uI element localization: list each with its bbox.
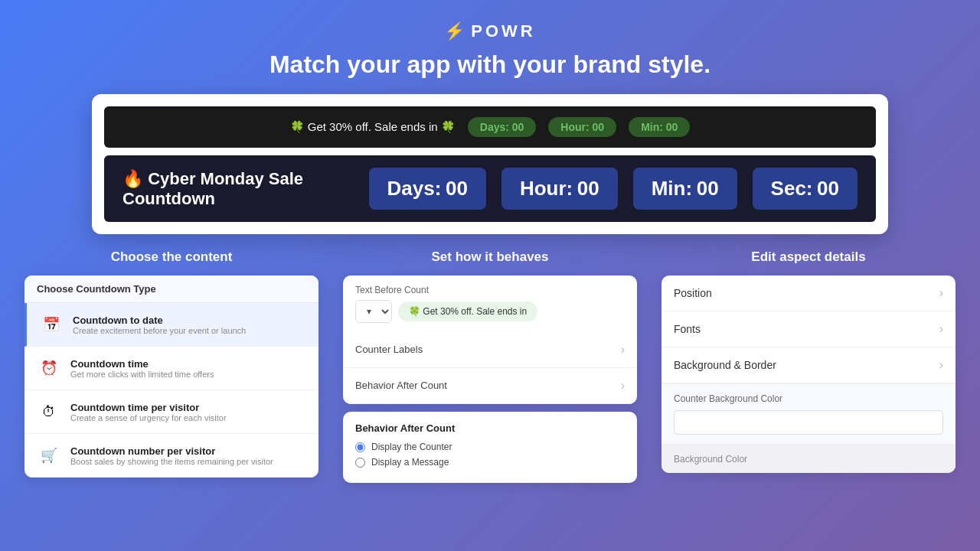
countdown-time-title: Countdown time bbox=[70, 358, 306, 370]
preview-container: 🍀 Get 30% off. Sale ends in 🍀 Days: 00 H… bbox=[92, 94, 888, 234]
banner-1: 🍀 Get 30% off. Sale ends in 🍀 Days: 00 H… bbox=[104, 106, 876, 148]
position-arrow: › bbox=[939, 286, 943, 300]
countdown-visitor-icon: ⏱ bbox=[37, 399, 61, 424]
list-item[interactable]: 🛒 Countdown number per visitor Boost sal… bbox=[24, 434, 318, 478]
counter-bg-color-input[interactable] bbox=[674, 410, 943, 435]
col-content-title: Choose the content bbox=[24, 249, 318, 265]
logo-icon: ⚡ bbox=[444, 21, 465, 41]
text-before-value: 🍀 Get 30% off. Sale ends in bbox=[398, 302, 537, 321]
countdown-time-icon: ⏰ bbox=[37, 356, 61, 380]
banner-1-days: Days: 00 bbox=[468, 117, 537, 137]
logo: ⚡ POWR bbox=[0, 21, 980, 41]
counter-bg-color-section: Counter Background Color bbox=[662, 383, 956, 444]
col-edit: Edit aspect details Position › Fonts › B… bbox=[662, 249, 956, 483]
header: ⚡ POWR Match your app with your brand st… bbox=[0, 0, 980, 94]
text-before-dropdown[interactable]: ▾ bbox=[355, 300, 392, 323]
counter-hour: Hour: 00 bbox=[501, 168, 618, 210]
countdown-visitor-desc: Create a sense of urgency for each visit… bbox=[70, 413, 306, 422]
countdown-number-title: Countdown number per visitor bbox=[70, 445, 306, 457]
background-border-row[interactable]: Background & Border › bbox=[662, 347, 956, 383]
background-border-label: Background & Border bbox=[674, 359, 939, 371]
text-before-label: Text Before Count bbox=[343, 276, 637, 300]
countdown-time-desc: Get more clicks with limited time offers bbox=[70, 370, 306, 379]
banner-2-emoji: 🔥 bbox=[122, 169, 143, 188]
col-behavior-title: Set how it behaves bbox=[343, 249, 637, 265]
counter-min: Min: 00 bbox=[633, 168, 737, 210]
countdown-date-desc: Create excitement before your event or l… bbox=[73, 326, 306, 335]
background-border-arrow: › bbox=[939, 358, 943, 372]
countdown-date-icon: 📅 bbox=[39, 312, 64, 337]
banner-2-title: 🔥 Cyber Monday Sale Countdown bbox=[122, 169, 354, 209]
banner-1-hour: Hour: 00 bbox=[548, 117, 616, 137]
edit-card: Position › Fonts › Background & Border ›… bbox=[662, 276, 956, 473]
radio-display-message-input[interactable] bbox=[355, 458, 365, 468]
behavior-after-card: Behavior After Count Display the Counter… bbox=[343, 412, 637, 483]
counter-days: Days: 00 bbox=[369, 168, 486, 210]
list-item[interactable]: ⏱ Countdown time per visitor Create a se… bbox=[24, 390, 318, 434]
position-label: Position bbox=[674, 287, 939, 299]
fonts-row[interactable]: Fonts › bbox=[662, 311, 956, 347]
behavior-after-arrow: › bbox=[621, 379, 625, 393]
radio-display-counter-input[interactable] bbox=[355, 442, 365, 452]
behavior-after-label: Behavior After Count bbox=[355, 380, 621, 391]
bottom-section: Choose the content Choose Countdown Type… bbox=[0, 234, 980, 483]
radio-display-message-label: Display a Message bbox=[371, 457, 449, 468]
counter-bg-color-label: Counter Background Color bbox=[674, 393, 943, 404]
counter-labels-row[interactable]: Counter Labels › bbox=[343, 332, 637, 368]
countdown-number-icon: 🛒 bbox=[37, 443, 61, 468]
content-card: Choose Countdown Type 📅 Countdown to dat… bbox=[24, 276, 318, 478]
counter-labels-arrow: › bbox=[621, 343, 625, 357]
counter-sec: Sec: 00 bbox=[753, 168, 858, 210]
logo-text: POWR bbox=[471, 21, 535, 41]
text-before-row: ▾ 🍀 Get 30% off. Sale ends in bbox=[343, 300, 637, 332]
col-behavior: Set how it behaves Text Before Count ▾ 🍀… bbox=[343, 249, 637, 483]
list-item[interactable]: 📅 Countdown to date Create excitement be… bbox=[24, 303, 318, 347]
counter-labels-label: Counter Labels bbox=[355, 344, 621, 355]
countdown-visitor-title: Countdown time per visitor bbox=[70, 402, 306, 413]
banner-1-min: Min: 00 bbox=[629, 117, 690, 137]
banner-2-text: Cyber Monday Sale Countdown bbox=[122, 169, 303, 208]
behavior-after-title: Behavior After Count bbox=[355, 422, 625, 434]
radio-display-counter-label: Display the Counter bbox=[371, 442, 452, 452]
fonts-label: Fonts bbox=[674, 323, 939, 335]
behavior-after-row[interactable]: Behavior After Count › bbox=[343, 368, 637, 404]
content-card-header: Choose Countdown Type bbox=[24, 276, 318, 303]
countdown-number-desc: Boost sales by showing the items remaini… bbox=[70, 457, 306, 466]
tagline: Match your app with your brand style. bbox=[0, 51, 980, 79]
bg-color-label: Background Color bbox=[674, 454, 747, 465]
radio-display-message: Display a Message bbox=[355, 457, 625, 468]
countdown-date-title: Countdown to date bbox=[73, 315, 306, 326]
col-edit-title: Edit aspect details bbox=[662, 249, 956, 265]
col-content: Choose the content Choose Countdown Type… bbox=[24, 249, 318, 483]
list-item[interactable]: ⏰ Countdown time Get more clicks with li… bbox=[24, 347, 318, 390]
bg-color-row: Background Color bbox=[662, 444, 956, 473]
position-row[interactable]: Position › bbox=[662, 276, 956, 311]
fonts-arrow: › bbox=[939, 322, 943, 336]
radio-display-counter: Display the Counter bbox=[355, 442, 625, 452]
behavior-card: Text Before Count ▾ 🍀 Get 30% off. Sale … bbox=[343, 276, 637, 404]
banner-1-text: 🍀 Get 30% off. Sale ends in 🍀 bbox=[290, 120, 456, 134]
banner-2: 🔥 Cyber Monday Sale Countdown Days: 00 H… bbox=[104, 155, 876, 222]
